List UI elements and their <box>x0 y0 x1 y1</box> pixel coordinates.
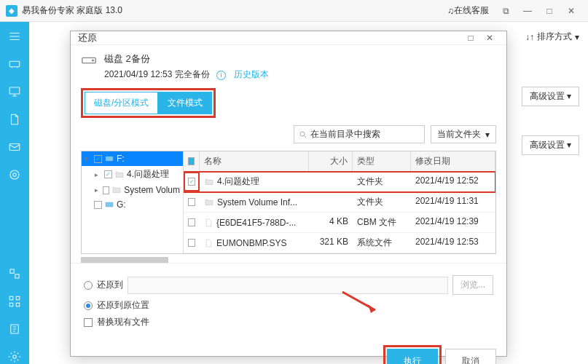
destination-panel: 还原到 浏览... 还原到原位置 替换现有文件 <box>71 263 506 340</box>
backup-name: 磁盘 2备份 <box>104 52 269 66</box>
search-scope-select[interactable]: 当前文件夹 ▾ <box>431 125 496 143</box>
radio-restore-to[interactable] <box>84 281 93 290</box>
svg-rect-9 <box>9 303 13 306</box>
svg-rect-0 <box>9 61 20 67</box>
svg-rect-5 <box>10 269 14 273</box>
apps-icon[interactable] <box>7 294 22 309</box>
list-row[interactable]: System Volume Inf...文件夹2021/4/19 11:31 <box>184 192 495 213</box>
dialog-close-icon[interactable]: ✕ <box>480 33 499 43</box>
restore-dialog: 还原 □ ✕ 磁盘 2备份 2021/04/19 12:53 完全备份 i 历史… <box>70 31 507 357</box>
list-row[interactable]: ✓4.问题处理文件夹2021/4/19 12:52 <box>184 172 495 192</box>
disk-icon <box>81 52 97 71</box>
list-row[interactable]: {E6DE41F5-788D-...4 KBCBM 文件2021/4/19 12… <box>184 213 495 233</box>
dialog-maximize-icon[interactable]: □ <box>461 33 480 43</box>
dialog-footer: 执行 取消 <box>71 340 506 364</box>
advanced-settings-button[interactable]: 高级设置 ▾ <box>522 135 579 155</box>
execute-button[interactable]: 执行 <box>387 349 438 364</box>
tree-item[interactable]: ▸✓4.问题处理 <box>82 166 183 183</box>
system-backup-icon[interactable] <box>7 84 22 99</box>
radio-restore-original[interactable] <box>84 301 93 310</box>
svg-rect-15 <box>106 157 113 161</box>
file-backup-icon[interactable] <box>7 112 22 127</box>
restore-to-label: 还原到 <box>97 279 123 291</box>
history-link[interactable]: 历史版本 <box>234 69 269 79</box>
titlebar: ◆ 易我备份专家 家庭版 13.0 ♫ 在线客服 ⧉ ― □ ✕ <box>0 0 588 22</box>
sort-label: 排序方式 <box>537 31 572 43</box>
svg-point-13 <box>93 60 94 61</box>
svg-point-14 <box>300 132 305 136</box>
col-size[interactable]: 大小 <box>309 151 353 171</box>
online-service-link[interactable]: ♫ 在线客服 <box>447 4 489 17</box>
browse-button[interactable]: 浏览... <box>452 275 493 295</box>
tree-item[interactable]: ▸System Volum <box>82 183 183 197</box>
col-date[interactable]: 修改日期 <box>411 151 495 171</box>
svg-rect-6 <box>15 274 19 278</box>
file-browser: ▾✓F:▸✓4.问题处理▸System VolumG: 名称 大小 类型 修改日… <box>81 151 496 254</box>
folder-tree[interactable]: ▾✓F:▸✓4.问题处理▸System VolumG: <box>82 151 184 253</box>
dialog-titlebar: 还原 □ ✕ <box>71 31 506 45</box>
advanced-settings-label: 高级设置 <box>530 140 565 150</box>
backup-meta: 2021/04/19 12:53 完全备份 i 历史版本 <box>104 68 269 81</box>
sort-button[interactable]: ↓↑ 排序方式 ▾ <box>525 31 579 43</box>
headset-icon: ♫ <box>447 6 454 16</box>
svg-rect-8 <box>16 296 20 300</box>
cancel-button[interactable]: 取消 <box>445 349 496 364</box>
list-header: 名称 大小 类型 修改日期 <box>184 151 495 172</box>
search-input[interactable]: 在当前目录中搜索 <box>294 125 425 143</box>
logs-icon[interactable] <box>7 322 22 336</box>
info-icon: i <box>216 71 226 80</box>
settings-icon[interactable] <box>7 349 22 364</box>
advanced-settings-label: 高级设置 <box>530 91 565 101</box>
search-icon <box>299 130 307 139</box>
chevron-down-icon: ▾ <box>567 140 571 150</box>
chevron-down-icon: ▾ <box>575 32 579 42</box>
backup-timestamp: 2021/04/19 12:53 完全备份 <box>104 69 210 79</box>
col-name[interactable]: 名称 <box>200 151 309 171</box>
restore-original-label: 还原到原位置 <box>97 299 149 312</box>
menu-icon[interactable] <box>7 29 22 44</box>
app-title: 易我备份专家 家庭版 13.0 <box>22 4 447 17</box>
svg-rect-1 <box>9 87 20 94</box>
svg-point-3 <box>13 173 17 177</box>
disk-backup-icon[interactable] <box>7 57 22 71</box>
mail-backup-icon[interactable] <box>7 140 22 154</box>
chevron-down-icon: ▾ <box>485 130 490 140</box>
window-close-icon[interactable]: ✕ <box>560 0 582 22</box>
list-row[interactable]: EUMONBMP.SYS321 KB系统文件2021/4/19 12:53 <box>184 233 495 253</box>
mode-tabs: 磁盘/分区模式 文件模式 <box>81 88 216 118</box>
checkbox-replace[interactable] <box>84 318 93 327</box>
sidebar <box>0 22 29 364</box>
svg-point-11 <box>13 355 17 359</box>
svg-rect-16 <box>106 202 113 207</box>
window-restore-icon[interactable]: ⧉ <box>495 0 517 22</box>
tools-icon[interactable] <box>7 266 22 281</box>
search-placeholder: 在当前目录中搜索 <box>310 128 380 141</box>
sort-icon: ↓↑ <box>525 32 534 42</box>
svg-point-4 <box>10 170 19 179</box>
tab-disk-mode[interactable]: 磁盘/分区模式 <box>85 92 158 114</box>
svg-rect-10 <box>16 303 20 306</box>
app-logo-icon: ◆ <box>6 5 17 17</box>
file-list: 名称 大小 类型 修改日期 ✓4.问题处理文件夹2021/4/19 12:52S… <box>184 151 495 253</box>
dialog-title: 还原 <box>78 31 461 44</box>
svg-rect-2 <box>9 144 20 151</box>
tree-item[interactable]: G: <box>82 197 183 212</box>
restore-path-input[interactable] <box>128 277 448 294</box>
tree-item[interactable]: ▾✓F: <box>82 151 183 166</box>
search-scope-label: 当前文件夹 <box>437 128 481 141</box>
window-maximize-icon[interactable]: □ <box>538 0 560 22</box>
tab-file-mode[interactable]: 文件模式 <box>158 92 212 114</box>
svg-rect-7 <box>9 296 13 300</box>
col-type[interactable]: 类型 <box>353 151 411 171</box>
clone-icon[interactable] <box>7 167 22 182</box>
advanced-settings-button[interactable]: 高级设置 ▾ <box>522 87 579 106</box>
replace-label: 替换现有文件 <box>97 316 149 328</box>
chevron-down-icon: ▾ <box>567 91 571 101</box>
online-service-label: 在线客服 <box>454 4 489 17</box>
col-check[interactable] <box>184 151 200 171</box>
window-minimize-icon[interactable]: ― <box>517 0 538 22</box>
backup-header: 磁盘 2备份 2021/04/19 12:53 完全备份 i 历史版本 <box>71 45 506 88</box>
